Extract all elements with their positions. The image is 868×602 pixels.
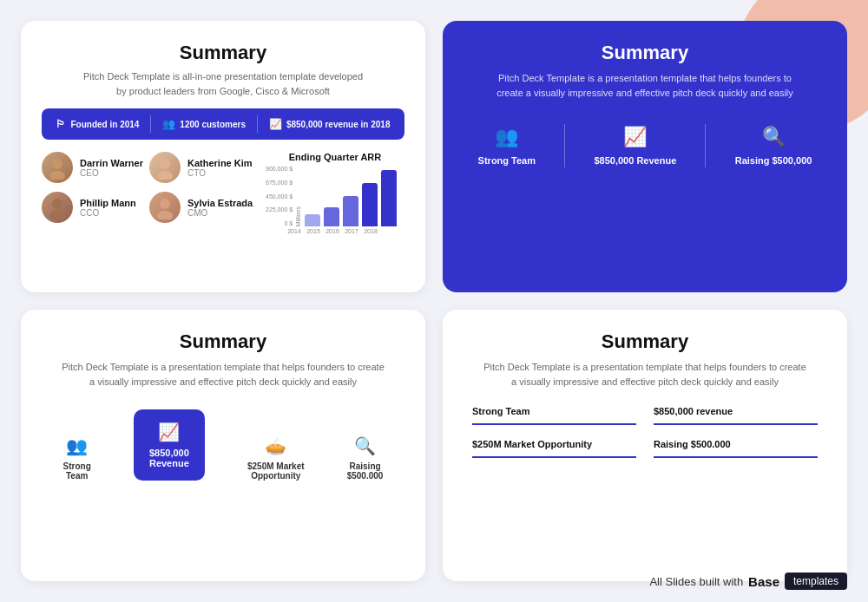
c3-market-label: $250M MarketOpportunity [247, 461, 305, 481]
c3-market-icon: 🥧 [265, 435, 286, 456]
team-members-right: Katherine Kim CTO Sylvia Estrada CMO [149, 152, 257, 232]
slide-grid: Summary Pitch Deck Template is all-in-on… [0, 0, 868, 602]
c3-revenue-icon: 📈 [158, 422, 180, 442]
c3-raising-icon: 🔍 [354, 435, 376, 456]
footer-text: All Slides built with [649, 575, 743, 588]
member-phillip-info: Phillip Mann CCO [80, 198, 136, 218]
card4-title: Summary [464, 330, 826, 353]
member-sylvia-info: Sylvia Estrada CMO [187, 198, 253, 218]
member-phillip-role: CCO [80, 208, 136, 218]
member-darrin: Darrin Warner CEO [42, 152, 149, 183]
c4-label-market: $250M Market Opportunity [472, 439, 636, 449]
member-darrin-role: CEO [80, 168, 143, 178]
svg-point-4 [160, 159, 170, 169]
c4-item-market: $250M Market Opportunity [472, 439, 636, 458]
member-darrin-name: Darrin Warner [80, 158, 143, 168]
card4-subtitle: Pitch Deck Template is a presentation te… [464, 360, 826, 389]
y-label-1: 0 $ [266, 220, 293, 226]
chart-x-labels: 2014 2015 2016 2017 2018 [266, 228, 404, 234]
metric-raising: 🔍 Raising $500,000 [735, 126, 812, 166]
svg-point-0 [52, 159, 62, 169]
stat-customers: 👥 1200 customers [162, 118, 246, 130]
y-label-2: 225,000 $ [266, 206, 293, 213]
c4-item-raising: Raising $500.000 [654, 439, 818, 458]
svg-point-7 [157, 211, 173, 219]
y-label-3: 450,000 $ [266, 193, 293, 200]
y-axis-label: Millions [295, 206, 301, 226]
raising-icon: 🔍 [762, 126, 786, 148]
y-label-4: 675,000 $ [266, 180, 293, 186]
card3-metrics: 👥 StrongTeam 📈 $850,000Revenue 🥧 $250M M… [42, 409, 404, 481]
metric-revenue: 📈 $850,000 Revenue [594, 126, 676, 166]
footer: All Slides built with Base templates [649, 573, 847, 590]
c3-metric-team: 👥 StrongTeam [63, 435, 91, 481]
member-darrin-info: Darrin Warner CEO [80, 158, 143, 178]
member-sylvia-name: Sylvia Estrada [187, 198, 253, 208]
stat-divider-2 [257, 115, 258, 133]
chart-section: Ending Quarter ARR 900,000 $ 675,000 $ 4… [266, 152, 404, 234]
flag-icon: 🏳 [56, 118, 66, 130]
svg-point-2 [52, 199, 62, 209]
c3-team-icon: 👥 [66, 435, 88, 456]
stats-bar: 🏳 Founded in 2014 👥 1200 customers 📈 $85… [42, 108, 404, 140]
x-2018: 2018 [363, 228, 378, 234]
metric-team: 👥 Strong Team [478, 126, 536, 166]
bar-2017 [362, 183, 378, 226]
c3-metric-raising: 🔍 Raising$500.000 [347, 435, 384, 481]
c3-revenue-label: $850,000Revenue [149, 448, 189, 468]
x-2015: 2015 [306, 228, 321, 234]
bar-2016 [343, 196, 358, 226]
avatar-katherine [149, 152, 181, 183]
stat-founded-label: Founded in 2014 [70, 120, 139, 129]
card3-subtitle: Pitch Deck Template is a presentation te… [42, 360, 404, 389]
svg-point-3 [49, 211, 65, 219]
member-katherine-info: Katherine Kim CTO [187, 158, 253, 178]
metric-raising-label: Raising $500,000 [735, 155, 812, 166]
svg-point-5 [157, 171, 173, 180]
x-2014: 2014 [286, 228, 302, 234]
footer-brand: Base [748, 574, 779, 589]
stat-customers-label: 1200 customers [180, 120, 246, 129]
chart-bars [305, 166, 397, 226]
svg-point-6 [160, 199, 170, 209]
card4-grid: Strong Team $850,000 revenue $250M Marke… [464, 406, 826, 458]
member-sylvia: Sylvia Estrada CMO [149, 192, 257, 223]
card-3: Summary Pitch Deck Template is a present… [21, 310, 425, 581]
card2-subtitle: Pitch Deck Template is a presentation te… [464, 71, 826, 100]
bar-2014 [305, 214, 320, 226]
c4-item-revenue: $850,000 revenue [654, 406, 818, 425]
member-phillip: Phillip Mann CCO [42, 192, 149, 223]
c4-label-team: Strong Team [472, 406, 636, 416]
team-chart-row: Darrin Warner CEO Phillip Mann CCO [42, 152, 404, 234]
metric-div-1 [564, 124, 565, 167]
card-2: Summary Pitch Deck Template is a present… [443, 21, 847, 292]
x-2016: 2016 [325, 228, 340, 234]
c4-item-team: Strong Team [472, 406, 636, 425]
svg-point-1 [49, 171, 65, 180]
revenue-icon: 📈 [623, 126, 647, 148]
people-icon: 👥 [162, 118, 175, 130]
card1-title: Summary [42, 42, 404, 64]
member-phillip-name: Phillip Mann [80, 198, 136, 208]
card1-subtitle: Pitch Deck Template is all-in-one presen… [42, 69, 404, 98]
stat-revenue-label: $850,000 revenue in 2018 [286, 120, 391, 129]
metric-div-2 [705, 124, 706, 167]
bar-2015 [324, 207, 339, 226]
footer-tag: templates [785, 573, 847, 590]
card2-metrics: 👥 Strong Team 📈 $850,000 Revenue 🔍 Raisi… [464, 124, 826, 167]
stat-founded: 🏳 Founded in 2014 [56, 118, 139, 130]
c3-team-label: StrongTeam [63, 461, 91, 481]
chart-title: Ending Quarter ARR [266, 152, 404, 162]
y-label-5: 900,000 $ [266, 166, 293, 172]
avatar-phillip [42, 192, 73, 223]
c3-metric-market: 🥧 $250M MarketOpportunity [247, 435, 305, 481]
chart-y-axis: 900,000 $ 675,000 $ 450,000 $ 225,000 $ … [266, 166, 293, 226]
stat-divider-1 [150, 115, 151, 133]
card-4: Summary Pitch Deck Template is a present… [443, 310, 847, 581]
avatar-sylvia [149, 192, 181, 223]
card-1: Summary Pitch Deck Template is all-in-on… [21, 21, 425, 292]
bar-2018 [381, 170, 397, 226]
c3-raising-label: Raising$500.000 [347, 461, 384, 481]
member-katherine-role: CTO [187, 168, 253, 178]
x-2017: 2017 [344, 228, 359, 234]
